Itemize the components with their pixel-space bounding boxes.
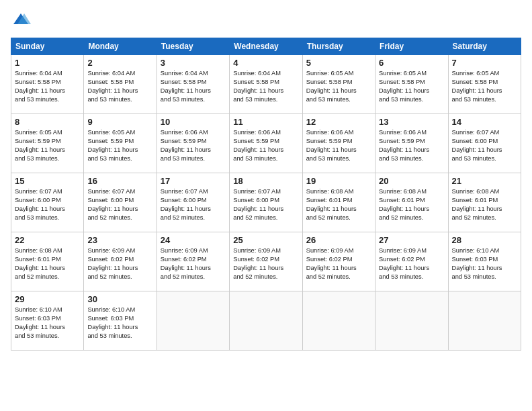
cell-info: Sunrise: 6:09 AMSunset: 6:02 PMDaylight:… <box>306 246 371 281</box>
calendar-cell: 19 Sunrise: 6:08 AMSunset: 6:01 PMDaylig… <box>302 173 375 232</box>
calendar-cell: 12 Sunrise: 6:06 AMSunset: 5:59 PMDaylig… <box>302 114 375 173</box>
day-number: 6 <box>379 58 444 68</box>
calendar-cell: 10 Sunrise: 6:06 AMSunset: 5:59 PMDaylig… <box>157 114 229 173</box>
calendar-cell: 21 Sunrise: 6:08 AMSunset: 6:01 PMDaylig… <box>448 173 521 232</box>
day-header: Thursday <box>302 38 375 55</box>
day-number: 8 <box>15 117 80 127</box>
day-number: 11 <box>233 117 298 127</box>
calendar-cell: 5 Sunrise: 6:05 AMSunset: 5:58 PMDayligh… <box>302 55 375 114</box>
calendar-cell: 14 Sunrise: 6:07 AMSunset: 6:00 PMDaylig… <box>448 114 521 173</box>
days-header-row: SundayMondayTuesdayWednesdayThursdayFrid… <box>11 38 521 55</box>
day-number: 1 <box>15 58 80 68</box>
cell-info: Sunrise: 6:04 AMSunset: 5:58 PMDaylight:… <box>87 69 152 104</box>
cell-info: Sunrise: 6:08 AMSunset: 6:01 PMDaylight:… <box>306 187 371 222</box>
calendar-cell <box>230 291 302 351</box>
calendar-cell: 1 Sunrise: 6:04 AMSunset: 5:58 PMDayligh… <box>11 55 84 114</box>
calendar-cell: 25 Sunrise: 6:09 AMSunset: 6:02 PMDaylig… <box>230 232 302 291</box>
day-number: 15 <box>15 176 80 186</box>
day-number: 27 <box>379 235 444 245</box>
calendar-cell: 7 Sunrise: 6:05 AMSunset: 5:58 PMDayligh… <box>448 55 521 114</box>
day-number: 12 <box>306 117 371 127</box>
page: SundayMondayTuesdayWednesdayThursdayFrid… <box>0 0 532 411</box>
calendar-row: 8 Sunrise: 6:05 AMSunset: 5:59 PMDayligh… <box>11 114 521 173</box>
day-header: Friday <box>375 38 448 55</box>
calendar-row: 29 Sunrise: 6:10 AMSunset: 6:03 PMDaylig… <box>11 291 521 351</box>
cell-info: Sunrise: 6:04 AMSunset: 5:58 PMDaylight:… <box>161 69 226 104</box>
day-number: 7 <box>452 58 517 68</box>
calendar-table: SundayMondayTuesdayWednesdayThursdayFrid… <box>11 38 521 351</box>
cell-info: Sunrise: 6:10 AMSunset: 6:03 PMDaylight:… <box>87 306 152 340</box>
cell-info: Sunrise: 6:05 AMSunset: 5:58 PMDaylight:… <box>452 69 517 104</box>
calendar-cell: 18 Sunrise: 6:07 AMSunset: 6:00 PMDaylig… <box>230 173 302 232</box>
calendar-cell: 27 Sunrise: 6:09 AMSunset: 6:02 PMDaylig… <box>375 232 448 291</box>
logo-icon <box>11 11 31 31</box>
calendar-cell: 22 Sunrise: 6:08 AMSunset: 6:01 PMDaylig… <box>11 232 84 291</box>
day-number: 20 <box>379 176 444 186</box>
calendar-cell: 11 Sunrise: 6:06 AMSunset: 5:59 PMDaylig… <box>230 114 302 173</box>
cell-info: Sunrise: 6:08 AMSunset: 6:01 PMDaylight:… <box>452 187 517 222</box>
day-number: 21 <box>452 176 517 186</box>
day-header: Wednesday <box>230 38 302 55</box>
day-number: 3 <box>161 58 226 68</box>
calendar-cell: 4 Sunrise: 6:04 AMSunset: 5:58 PMDayligh… <box>230 55 302 114</box>
calendar-cell: 24 Sunrise: 6:09 AMSunset: 6:02 PMDaylig… <box>157 232 229 291</box>
cell-info: Sunrise: 6:09 AMSunset: 6:02 PMDaylight:… <box>87 246 152 281</box>
calendar-cell <box>157 291 229 351</box>
day-number: 25 <box>233 235 298 245</box>
calendar-cell: 17 Sunrise: 6:07 AMSunset: 6:00 PMDaylig… <box>157 173 229 232</box>
day-number: 22 <box>15 235 80 245</box>
calendar-cell: 13 Sunrise: 6:06 AMSunset: 5:59 PMDaylig… <box>375 114 448 173</box>
cell-info: Sunrise: 6:07 AMSunset: 6:00 PMDaylight:… <box>15 187 80 222</box>
cell-info: Sunrise: 6:09 AMSunset: 6:02 PMDaylight:… <box>379 246 444 281</box>
day-number: 26 <box>306 235 371 245</box>
calendar-cell: 20 Sunrise: 6:08 AMSunset: 6:01 PMDaylig… <box>375 173 448 232</box>
day-header: Tuesday <box>157 38 229 55</box>
calendar-row: 22 Sunrise: 6:08 AMSunset: 6:01 PMDaylig… <box>11 232 521 291</box>
cell-info: Sunrise: 6:10 AMSunset: 6:03 PMDaylight:… <box>452 246 517 281</box>
cell-info: Sunrise: 6:07 AMSunset: 6:00 PMDaylight:… <box>452 128 517 163</box>
calendar-cell <box>448 291 521 351</box>
calendar-cell: 26 Sunrise: 6:09 AMSunset: 6:02 PMDaylig… <box>302 232 375 291</box>
cell-info: Sunrise: 6:05 AMSunset: 5:58 PMDaylight:… <box>306 69 371 104</box>
calendar-row: 15 Sunrise: 6:07 AMSunset: 6:00 PMDaylig… <box>11 173 521 232</box>
day-number: 9 <box>87 117 152 127</box>
cell-info: Sunrise: 6:08 AMSunset: 6:01 PMDaylight:… <box>379 187 444 222</box>
day-header: Sunday <box>11 38 84 55</box>
cell-info: Sunrise: 6:05 AMSunset: 5:59 PMDaylight:… <box>87 128 152 163</box>
calendar-cell: 28 Sunrise: 6:10 AMSunset: 6:03 PMDaylig… <box>448 232 521 291</box>
cell-info: Sunrise: 6:06 AMSunset: 5:59 PMDaylight:… <box>233 128 298 163</box>
day-number: 23 <box>87 235 152 245</box>
cell-info: Sunrise: 6:09 AMSunset: 6:02 PMDaylight:… <box>233 246 298 281</box>
day-header: Monday <box>84 38 157 55</box>
day-number: 14 <box>452 117 517 127</box>
calendar-cell: 16 Sunrise: 6:07 AMSunset: 6:00 PMDaylig… <box>84 173 157 232</box>
cell-info: Sunrise: 6:08 AMSunset: 6:01 PMDaylight:… <box>15 246 80 281</box>
logo <box>11 11 34 31</box>
calendar-cell: 15 Sunrise: 6:07 AMSunset: 6:00 PMDaylig… <box>11 173 84 232</box>
day-number: 30 <box>87 294 152 304</box>
cell-info: Sunrise: 6:09 AMSunset: 6:02 PMDaylight:… <box>161 246 226 281</box>
day-number: 28 <box>452 235 517 245</box>
day-number: 24 <box>161 235 226 245</box>
day-number: 5 <box>306 58 371 68</box>
calendar-cell: 3 Sunrise: 6:04 AMSunset: 5:58 PMDayligh… <box>157 55 229 114</box>
calendar-cell: 8 Sunrise: 6:05 AMSunset: 5:59 PMDayligh… <box>11 114 84 173</box>
calendar-cell: 6 Sunrise: 6:05 AMSunset: 5:58 PMDayligh… <box>375 55 448 114</box>
calendar-cell <box>302 291 375 351</box>
calendar-cell: 29 Sunrise: 6:10 AMSunset: 6:03 PMDaylig… <box>11 291 84 351</box>
day-number: 2 <box>87 58 152 68</box>
header <box>11 11 521 31</box>
day-header: Saturday <box>448 38 521 55</box>
cell-info: Sunrise: 6:07 AMSunset: 6:00 PMDaylight:… <box>161 187 226 222</box>
calendar-cell: 23 Sunrise: 6:09 AMSunset: 6:02 PMDaylig… <box>84 232 157 291</box>
cell-info: Sunrise: 6:05 AMSunset: 5:58 PMDaylight:… <box>379 69 444 104</box>
cell-info: Sunrise: 6:05 AMSunset: 5:59 PMDaylight:… <box>15 128 80 163</box>
cell-info: Sunrise: 6:06 AMSunset: 5:59 PMDaylight:… <box>161 128 226 163</box>
day-number: 16 <box>87 176 152 186</box>
cell-info: Sunrise: 6:07 AMSunset: 6:00 PMDaylight:… <box>233 187 298 222</box>
calendar-row: 1 Sunrise: 6:04 AMSunset: 5:58 PMDayligh… <box>11 55 521 114</box>
calendar-cell: 30 Sunrise: 6:10 AMSunset: 6:03 PMDaylig… <box>84 291 157 351</box>
day-number: 4 <box>233 58 298 68</box>
cell-info: Sunrise: 6:04 AMSunset: 5:58 PMDaylight:… <box>233 69 298 104</box>
day-number: 19 <box>306 176 371 186</box>
